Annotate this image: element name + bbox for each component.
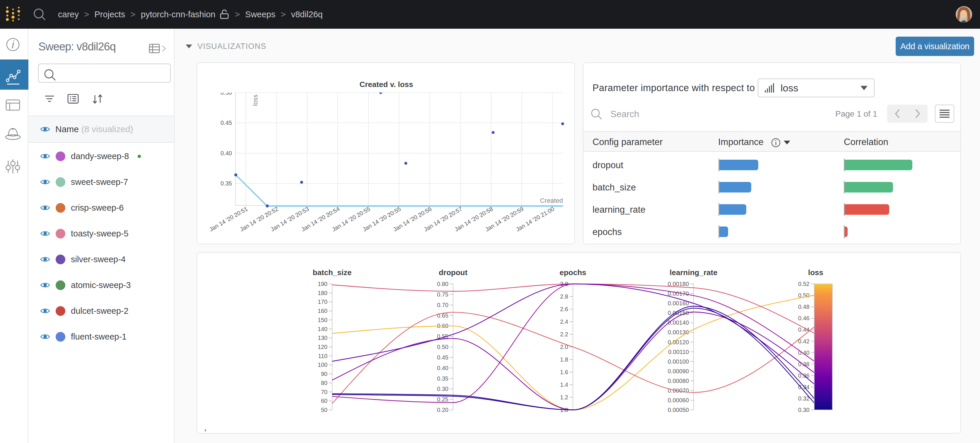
svg-text:0.25: 0.25: [437, 396, 449, 403]
svg-text:2.4: 2.4: [560, 319, 568, 325]
svg-text:0.45: 0.45: [221, 120, 232, 126]
svg-text:140: 140: [318, 326, 328, 332]
svg-text:0.50: 0.50: [437, 344, 449, 350]
svg-text:190: 190: [318, 281, 328, 287]
svg-text:0.52: 0.52: [798, 281, 810, 287]
svg-text:loss: loss: [251, 94, 259, 106]
svg-text:90: 90: [321, 371, 328, 377]
svg-text:i: i: [12, 39, 14, 51]
svg-text:0.70: 0.70: [437, 302, 449, 308]
svg-text:,: ,: [204, 422, 207, 432]
svg-text:dropout: dropout: [439, 268, 468, 277]
svg-text:0.40: 0.40: [798, 349, 810, 356]
svg-text:0.45: 0.45: [437, 354, 449, 361]
svg-text:2.6: 2.6: [560, 306, 568, 312]
svg-text:0.40: 0.40: [437, 365, 449, 371]
svg-text:60: 60: [321, 398, 328, 404]
svg-text:1.2: 1.2: [560, 394, 568, 400]
svg-text:120: 120: [318, 344, 328, 350]
svg-text:0.80: 0.80: [437, 281, 449, 287]
svg-text:epochs: epochs: [559, 268, 586, 277]
svg-text:0.00090: 0.00090: [668, 368, 689, 374]
svg-text:learning_rate: learning_rate: [670, 268, 717, 277]
svg-text:1.8: 1.8: [560, 356, 568, 363]
svg-text:170: 170: [318, 298, 328, 305]
svg-text:0.00140: 0.00140: [668, 319, 689, 326]
svg-text:0.30: 0.30: [437, 386, 449, 392]
svg-text:150: 150: [318, 317, 328, 323]
svg-text:0.00130: 0.00130: [668, 329, 689, 335]
svg-text:0.48: 0.48: [798, 304, 810, 310]
svg-text:0.35: 0.35: [437, 375, 449, 382]
svg-text:0.30: 0.30: [798, 407, 810, 413]
svg-text:0.35: 0.35: [221, 180, 232, 186]
svg-text:2.2: 2.2: [560, 331, 568, 338]
svg-text:0.00060: 0.00060: [668, 397, 689, 403]
svg-text:0.00050: 0.00050: [668, 407, 689, 413]
svg-text:0.40: 0.40: [221, 150, 232, 156]
svg-text:0.46: 0.46: [798, 315, 810, 322]
svg-text:2.8: 2.8: [560, 293, 568, 300]
svg-text:130: 130: [318, 335, 328, 341]
svg-text:0.50: 0.50: [221, 89, 232, 96]
svg-text:loss: loss: [808, 268, 823, 277]
svg-text:180: 180: [318, 290, 328, 296]
svg-text:100: 100: [318, 362, 328, 368]
svg-text:0.00100: 0.00100: [668, 359, 689, 365]
svg-text:Created v. loss: Created v. loss: [360, 80, 413, 89]
svg-text:160: 160: [318, 308, 328, 314]
svg-text:0.75: 0.75: [437, 291, 449, 298]
svg-text:1.6: 1.6: [560, 369, 568, 375]
svg-text:Created: Created: [540, 197, 563, 204]
svg-text:0.00080: 0.00080: [668, 378, 689, 384]
svg-text:50: 50: [321, 407, 328, 413]
svg-text:0.00070: 0.00070: [668, 387, 689, 394]
svg-text:70: 70: [321, 389, 328, 395]
svg-text:0.00110: 0.00110: [668, 349, 689, 355]
svg-text:110: 110: [318, 353, 328, 359]
svg-text:1.4: 1.4: [560, 381, 568, 388]
svg-text:0.32: 0.32: [798, 395, 810, 402]
svg-text:0.20: 0.20: [437, 407, 449, 413]
svg-text:batch_size: batch_size: [313, 268, 352, 277]
svg-text:80: 80: [321, 380, 328, 386]
